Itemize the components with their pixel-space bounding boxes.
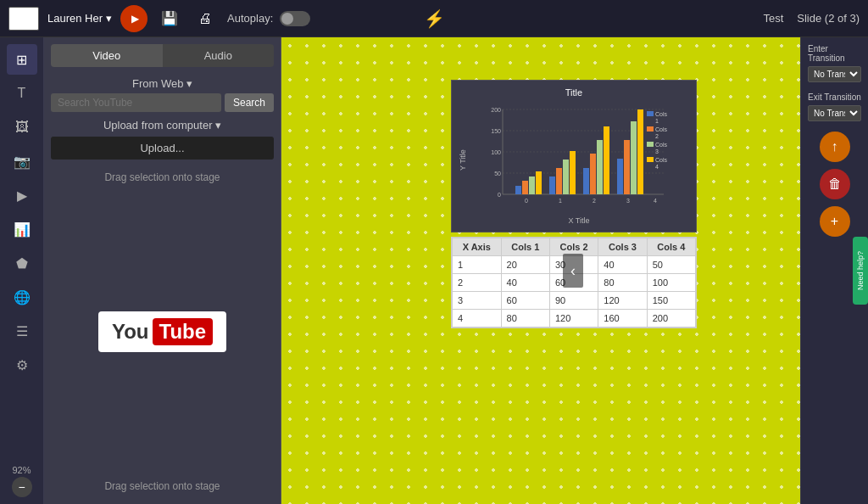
sidebar-item-image[interactable]: 🖼 [7,112,37,143]
svg-rect-23 [570,151,576,194]
table-cell: 120 [598,292,647,310]
svg-text:3: 3 [626,198,630,204]
user-label: Lauren Her [47,12,103,25]
table-cell: 100 [647,274,695,292]
svg-text:Cols: Cols [655,111,668,117]
sidebar-item-list[interactable]: ☰ [7,316,37,346]
svg-rect-28 [617,159,623,194]
upload-button[interactable]: Upload... [51,137,274,160]
zoom-out-button[interactable]: − [12,477,32,497]
save-icon[interactable]: 💾 [156,5,183,32]
drag-hint-top: Drag selection onto stage [51,166,274,188]
left-sidebar: ⊞ T 🖼 📷 ▶ 📊 ⬟ 🌐 ☰ ⚙ 92% − [0,37,44,504]
search-row: Search [51,93,274,112]
user-menu-button[interactable]: Lauren Her ▾ [47,12,112,25]
need-help-button[interactable]: Need help? [853,237,868,305]
sidebar-item-globe[interactable]: 🌐 [7,282,37,312]
table-header-xaxis: X Axis [453,238,502,256]
main-layout: ⊞ T 🖼 📷 ▶ 📊 ⬟ 🌐 ☰ ⚙ 92% − Video Audio Fr… [0,37,868,504]
table-cell: 1 [453,256,502,274]
chart-plot-area: 0 50 100 150 200 0 1 2 3 4 [469,101,689,220]
tab-video[interactable]: Video [51,44,163,67]
svg-text:4: 4 [654,198,657,204]
chart-x-label: X Title [469,216,689,225]
table-cell: 50 [647,256,695,274]
enter-transition-select[interactable]: No Transition [808,66,861,82]
media-tabs: Video Audio [51,44,274,67]
table-cell: 4 [453,310,502,328]
exit-transition-select[interactable]: No Transition [808,105,861,121]
svg-rect-19 [536,171,542,194]
add-button[interactable]: + [820,206,850,237]
autoplay-toggle[interactable] [280,11,310,26]
drag-hint-bottom: Drag selection onto stage [51,475,274,497]
sidebar-item-video[interactable]: ▶ [7,180,37,210]
play-button[interactable] [120,5,147,32]
upload-computer-button[interactable]: Upload from computer ▾ [103,119,221,132]
from-web-button[interactable]: From Web ▾ [51,74,274,93]
svg-text:3: 3 [655,148,659,154]
svg-text:Cols: Cols [655,126,668,132]
sidebar-item-shape[interactable]: ⬟ [7,248,37,278]
upload-action-button[interactable]: ↑ [820,132,850,162]
table-cell: 90 [549,292,598,310]
chart-y-label: Y Title [459,101,467,220]
svg-text:200: 200 [491,107,501,113]
svg-text:50: 50 [494,171,501,176]
svg-text:2: 2 [655,133,659,139]
svg-text:0: 0 [525,198,528,204]
table-cell: 120 [549,310,598,328]
svg-text:2: 2 [593,198,596,204]
svg-text:1: 1 [559,198,562,204]
table-header-cols4: Cols 4 [647,238,695,256]
svg-rect-22 [563,160,569,194]
search-button[interactable]: Search [225,93,274,112]
zoom-area: 92% − [12,465,32,497]
table-cell: 160 [598,310,647,328]
table-cell: 150 [647,292,695,310]
sidebar-item-chart[interactable]: 📊 [7,214,37,244]
upload-row: Upload from computer ▾ [51,119,274,132]
table-cell: 20 [501,256,549,274]
sidebar-item-text[interactable]: T [7,78,37,109]
svg-rect-32 [647,111,654,116]
svg-text:100: 100 [491,149,501,155]
table-cell: 40 [598,256,647,274]
svg-text:150: 150 [491,128,501,134]
svg-rect-41 [647,157,654,162]
slide-thumbnail [8,7,39,31]
svg-rect-27 [604,126,609,194]
stage-left-nav[interactable]: ‹ [563,254,583,288]
print-icon[interactable]: 🖨 [192,5,219,32]
sidebar-item-camera[interactable]: 📷 [7,146,37,176]
stage-background: ‹ Title Y Title [281,37,800,504]
autoplay-label: Autoplay: [227,12,273,25]
table-row: 36090120150 [453,292,696,310]
sidebar-item-slides[interactable]: ⊞ [7,44,37,75]
svg-text:1: 1 [655,118,659,124]
svg-text:Cols: Cols [655,142,668,148]
svg-rect-26 [597,140,603,194]
tab-audio[interactable]: Audio [163,44,275,67]
test-label: Test [763,12,783,25]
svg-rect-21 [556,168,562,194]
slide-info: Slide (2 of 3) [797,12,860,25]
svg-rect-20 [549,176,555,194]
svg-rect-17 [522,181,528,194]
stage-area: ‹ Title Y Title [281,37,800,504]
delete-button[interactable]: 🗑 [820,169,850,199]
search-input[interactable] [51,93,221,112]
topbar-left: Lauren Her ▾ 💾 🖨 Autoplay: [8,5,310,32]
svg-rect-35 [647,126,654,132]
zoom-level: 92% [12,465,31,475]
exit-transition-label: Exit Transition [808,92,861,102]
sidebar-item-settings[interactable]: ⚙ [7,350,37,380]
svg-rect-16 [515,186,521,194]
exit-transition-section: Exit Transition No Transition [808,92,861,121]
enter-transition-label: Enter Transition [808,44,861,63]
svg-rect-38 [647,142,654,147]
table-header-cols1: Cols 1 [501,238,549,256]
topbar-right: Test Slide (2 of 3) [763,12,860,25]
table-cell: 200 [647,310,695,328]
table-cell: 60 [501,292,549,310]
